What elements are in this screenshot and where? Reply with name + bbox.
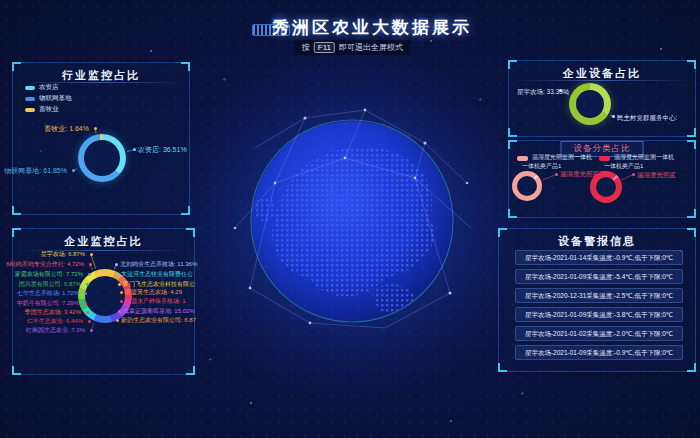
dashboard: + + + + 秀洲区农业大数据展示 按 F11 即可退出全屏模式 行业监控占比…	[0, 0, 700, 438]
alarm-row: 星宇农场-2021-01-09采集温度:-5.4℃,低于下限:0℃	[515, 269, 683, 284]
globe	[215, 88, 495, 356]
leader-line	[542, 174, 557, 181]
corner-accent	[687, 209, 696, 218]
star-dot	[430, 40, 432, 42]
leader-dot	[94, 127, 97, 130]
leader-line	[91, 254, 97, 269]
star-dot	[250, 402, 252, 404]
panel-title: 企业设备占比	[509, 66, 695, 81]
corner-accent	[687, 128, 696, 137]
leader-dot	[116, 319, 119, 322]
chart-label: 北刘鸽业生态养殖场: 11.36%	[120, 260, 197, 269]
leader-dot	[612, 115, 615, 118]
hint-prefix: 按	[302, 42, 310, 53]
leader-dot	[86, 311, 89, 314]
alarm-panel: 设备警报信息 星宇农场-2021-01-14采集温度:-0.9℃,低于下限:0℃…	[498, 228, 696, 372]
leader-dot	[72, 169, 75, 172]
device-ratio-panel: 企业设备占比 星宇农场: 33.33% 民主村党群服务中心:	[508, 60, 696, 137]
leader-dot	[115, 263, 118, 266]
corner-accent	[186, 366, 195, 375]
industry-monitor-panel: 行业监控占比 农资店 物联网基地 畜牧业 畜牧业: 1.64% 农资店: 36.…	[12, 62, 190, 215]
legend-item[interactable]: 畜牧业	[25, 105, 59, 114]
legend-label: 一体机类产品1	[522, 163, 561, 170]
chart-label: 民主村党群服务中心:	[617, 113, 677, 122]
chart-label: 新韵生态农业有限公司: 6.87	[121, 316, 196, 325]
star-dot	[660, 48, 662, 50]
legend-label: 农资店	[39, 83, 59, 92]
enterprise-monitor-panel: 企业监控占比 星宇农场: 6.87% 6组鸽养鸡专业合作社: 4.72% 家庭农…	[12, 228, 195, 375]
chart-label: 季国生态农场: 3.42%	[25, 308, 81, 317]
leader-dot	[86, 283, 89, 286]
corner-accent	[12, 366, 21, 375]
legend-item[interactable]: 农资店	[25, 83, 59, 92]
alarm-row: 星宇农场-2020-12-31采集温度:-2.5℃,低于下限:0℃	[515, 288, 683, 303]
legend-item[interactable]: 物联网基地	[25, 94, 72, 103]
leader-dot	[90, 329, 93, 332]
panel-title: 行业监控占比	[13, 68, 189, 83]
star-dot	[450, 420, 452, 422]
chart-label: 农资店: 36.51%	[138, 145, 187, 154]
plus-mark: +	[208, 356, 213, 364]
legend-swatch	[25, 97, 35, 101]
legend-label: 畜牧业	[39, 105, 59, 114]
chart-label: 6组鸽养鸡专业合作社: 4.72%	[6, 260, 84, 269]
legend-label: 一体机类产品1	[604, 163, 643, 170]
corner-accent	[498, 363, 507, 372]
plus-mark: +	[222, 76, 227, 84]
chart-label: 星宇农场: 6.87%	[41, 250, 85, 259]
leader-dot	[89, 263, 92, 266]
chart-label: 国兴发有限公司: 6.87%	[19, 280, 81, 289]
chart-label: 红枫园生态农业: 7.3%	[26, 326, 85, 335]
leader-dot	[133, 148, 136, 151]
corner-accent	[687, 140, 696, 149]
leader-dot	[118, 283, 121, 286]
chart-label: 物联网基地: 61.85%	[4, 166, 67, 175]
device-class-panel: 设备分类占比 温湿度光照监测一体机 一体机类产品1 温湿度光照监测一 温湿度光照…	[508, 140, 696, 218]
chart-label: 家庭农场有限公司: 7.72%	[15, 270, 83, 279]
corner-accent	[12, 206, 21, 215]
chart-label: 仁丰生态农业: 6.44%	[27, 317, 83, 326]
leader-dot	[118, 310, 121, 313]
leader-dot	[88, 273, 91, 276]
panel-title: 设备警报信息	[499, 234, 695, 249]
class-donut-chart-right[interactable]	[590, 171, 622, 203]
industry-donut-chart[interactable]	[78, 134, 126, 182]
leader-dot	[555, 173, 558, 176]
plus-mark: +	[520, 390, 525, 398]
device-donut-chart[interactable]	[569, 83, 611, 125]
leader-dot	[90, 253, 93, 256]
leader-dot	[632, 173, 635, 176]
legend-swatch	[517, 156, 528, 161]
fullscreen-hint: 按 F11 即可退出全屏模式	[294, 40, 411, 55]
corner-accent	[508, 140, 517, 149]
chart-label: 畜牧业: 1.64%	[44, 124, 89, 133]
chart-label: 中奶牛有限公司: 7.29%	[17, 299, 79, 308]
legend-label: 温湿度光照监测一体机	[614, 154, 674, 161]
corner-accent	[687, 363, 696, 372]
chart-label: 成章定源葡萄基地: 15.02%	[123, 307, 195, 316]
corner-accent	[508, 128, 517, 137]
chart-label: 七华生态养殖场: 1.72%	[17, 289, 79, 298]
chart-label: 甬篮翼生态农场: 4.29	[125, 288, 182, 297]
class-donut-chart-left[interactable]	[512, 171, 542, 201]
legend-swatch	[25, 86, 35, 90]
leader-dot	[116, 273, 119, 276]
alarm-row: 星宇农场-2021-01-14采集温度:-0.9℃,低于下限:0℃	[515, 250, 683, 265]
legend-label: 物联网基地	[39, 94, 72, 103]
corner-accent	[181, 206, 190, 215]
legend-swatch	[599, 156, 610, 161]
f11-key-badge: F11	[314, 42, 335, 53]
leader-dot	[120, 291, 123, 294]
plus-mark: +	[478, 96, 483, 104]
hint-suffix: 即可退出全屏模式	[339, 42, 403, 53]
corner-accent	[508, 209, 517, 218]
leader-dot	[84, 292, 87, 295]
alarm-row: 星宇农场-2021-01-09采集温度:-0.9℃,低于下限:0℃	[515, 345, 683, 360]
chart-label: 温湿度光照监	[637, 171, 676, 178]
alarm-row: 星宇农场-2021-01-02采集温度:-2.0℃,低于下限:0℃	[515, 326, 683, 341]
panel-title: 企业监控占比	[13, 234, 194, 249]
alarm-row: 星宇农场-2021-01-09采集温度:-3.8℃,低于下限:0℃	[515, 307, 683, 322]
legend-swatch	[25, 108, 35, 112]
chart-label: 丰源水产种保养殖场: 1.	[125, 297, 187, 306]
divider	[515, 80, 689, 81]
